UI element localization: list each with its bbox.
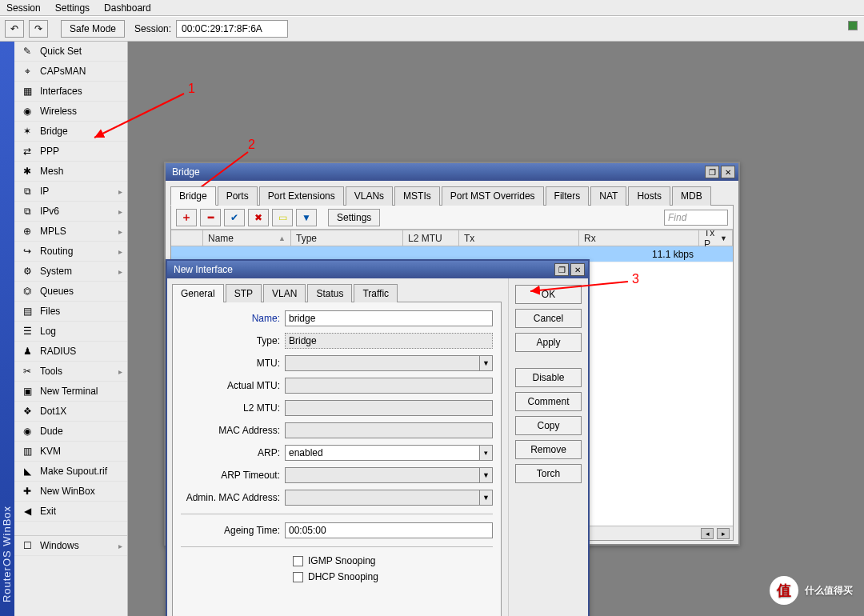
session-value[interactable]: 00:0C:29:17:8F:6A — [176, 20, 288, 38]
sidebar-item-mpls[interactable]: ⊕MPLS▸ — [14, 222, 127, 242]
sidebar-item-system[interactable]: ⚙System▸ — [14, 262, 127, 282]
l2mtu-value — [285, 400, 493, 416]
admin-mac-dropdown-icon[interactable]: ▼ — [480, 490, 493, 506]
sidebar-item-new-winbox[interactable]: ✚New WinBox — [14, 482, 127, 502]
col-l2mtu[interactable]: L2 MTU — [403, 230, 459, 246]
restore-icon[interactable]: ❐ — [554, 263, 569, 276]
tab-port-mst-overrides[interactable]: Port MST Overrides — [442, 186, 544, 206]
sidebar-item-files[interactable]: ▤Files — [14, 302, 127, 322]
undo-button[interactable]: ↶ — [5, 20, 24, 38]
tab-filters[interactable]: Filters — [546, 186, 590, 206]
tab-stp[interactable]: STP — [226, 284, 262, 302]
sidebar-item-wireless[interactable]: ◉Wireless — [14, 102, 127, 122]
mac-value — [285, 422, 493, 438]
sidebar-item-windows[interactable]: ☐Windows▸ — [14, 536, 127, 556]
sidebar-item-dude[interactable]: ◉Dude — [14, 422, 127, 442]
sidebar-item-label: Log — [40, 326, 122, 337]
igmp-checkbox[interactable] — [293, 556, 303, 566]
copy-button[interactable]: Copy — [515, 416, 582, 435]
sidebar-item-ppp[interactable]: ⇄PPP — [14, 142, 127, 162]
menu-dashboard[interactable]: Dashboard — [104, 2, 151, 14]
close-icon[interactable]: ✕ — [721, 166, 735, 178]
sidebar-item-capsman[interactable]: ⌖CAPsMAN — [14, 62, 127, 82]
sidebar-item-log[interactable]: ☰Log — [14, 322, 127, 342]
enable-button[interactable]: ✔ — [224, 209, 245, 226]
sidebar-item-quick-set[interactable]: ✎Quick Set — [14, 42, 127, 62]
tab-bridge[interactable]: Bridge — [170, 186, 216, 206]
disable-button[interactable]: ✖ — [248, 209, 269, 226]
menu-session[interactable]: Session — [6, 2, 41, 14]
tab-nat[interactable]: NAT — [590, 186, 626, 206]
sidebar-item-ipv6[interactable]: ⧉IPv6▸ — [14, 202, 127, 222]
name-label: Name: — [181, 313, 285, 324]
safe-mode-button[interactable]: Safe Mode — [61, 20, 125, 38]
sidebar-item-kvm[interactable]: ▥KVM — [14, 442, 127, 462]
col-rx[interactable]: Rx — [579, 230, 699, 246]
sidebar-item-new-terminal[interactable]: ▣New Terminal — [14, 382, 127, 402]
apply-button[interactable]: Apply — [515, 333, 582, 352]
scroll-right-icon[interactable]: ▸ — [717, 528, 730, 539]
mtu-input[interactable] — [285, 355, 480, 371]
sidebar-item-mesh[interactable]: ✱Mesh — [14, 162, 127, 182]
tab-status[interactable]: Status — [307, 284, 352, 302]
tab-ports[interactable]: Ports — [218, 186, 258, 206]
torch-button[interactable]: Torch — [515, 464, 582, 483]
chevron-right-icon: ▸ — [118, 367, 122, 376]
sidebar-item-label: Wireless — [40, 106, 122, 117]
sidebar-item-exit[interactable]: ◀Exit — [14, 502, 127, 522]
ok-button[interactable]: OK — [515, 285, 582, 304]
tab-vlan[interactable]: VLAN — [263, 284, 306, 302]
arp-select[interactable]: enabled — [285, 445, 480, 461]
arp-timeout-dropdown-icon[interactable]: ▼ — [480, 467, 493, 483]
comment-button[interactable]: ▭ — [272, 209, 293, 226]
menu-settings[interactable]: Settings — [55, 2, 90, 14]
arp-dropdown-icon[interactable]: ▾ — [480, 445, 493, 461]
sidebar-icon: ⚙ — [21, 265, 34, 278]
comment-button[interactable]: Comment — [515, 392, 582, 411]
admin-mac-input[interactable] — [285, 490, 480, 506]
sidebar-item-bridge[interactable]: ✶Bridge — [14, 122, 127, 142]
newif-tabs: GeneralSTPVLANStatusTraffic — [172, 283, 502, 302]
close-icon[interactable]: ✕ — [570, 263, 585, 276]
name-input[interactable]: bridge — [285, 310, 493, 326]
find-input[interactable]: Find — [664, 210, 728, 226]
sidebar-item-ip[interactable]: ⧉IP▸ — [14, 182, 127, 202]
tab-traffic[interactable]: Traffic — [354, 284, 398, 302]
bridge-tabs: BridgePortsPort ExtensionsVLANsMSTIsPort… — [166, 181, 738, 205]
sidebar-item-tools[interactable]: ✂Tools▸ — [14, 362, 127, 382]
scroll-left-icon[interactable]: ◂ — [701, 528, 714, 539]
restore-icon[interactable]: ❐ — [705, 166, 719, 178]
sidebar-item-radius[interactable]: ♟RADIUS — [14, 342, 127, 362]
newif-form: Name: bridge Type: Bridge MTU: ▼ Actual … — [172, 302, 502, 616]
col-type[interactable]: Type — [291, 230, 403, 246]
col-tx[interactable]: Tx — [459, 230, 579, 246]
bridge-titlebar[interactable]: Bridge ❐ ✕ — [166, 163, 738, 181]
sidebar-item-make-supout-rif[interactable]: ◣Make Supout.rif — [14, 462, 127, 482]
col-name[interactable]: Name — [208, 233, 234, 244]
tab-hosts[interactable]: Hosts — [628, 186, 670, 206]
ageing-input[interactable]: 00:05:00 — [285, 522, 493, 538]
sidebar-item-dot1x[interactable]: ❖Dot1X — [14, 402, 127, 422]
dhcp-label: DHCP Snooping — [308, 571, 378, 582]
remove-button[interactable]: ━ — [200, 209, 221, 226]
dhcp-checkbox[interactable] — [293, 572, 303, 582]
redo-button[interactable]: ↷ — [29, 20, 48, 38]
sidebar-item-interfaces[interactable]: ▦Interfaces — [14, 82, 127, 102]
sidebar-item-queues[interactable]: ⏣Queues — [14, 282, 127, 302]
remove-button[interactable]: Remove — [515, 440, 582, 459]
tab-vlans[interactable]: VLANs — [346, 186, 393, 206]
sidebar-item-routing[interactable]: ↪Routing▸ — [14, 242, 127, 262]
tab-port-extensions[interactable]: Port Extensions — [259, 186, 344, 206]
tab-mdb[interactable]: MDB — [672, 186, 711, 206]
tab-mstis[interactable]: MSTIs — [394, 186, 440, 206]
settings-button[interactable]: Settings — [328, 209, 380, 226]
arp-timeout-input[interactable] — [285, 467, 480, 483]
mac-label: MAC Address: — [181, 425, 285, 436]
disable-button[interactable]: Disable — [515, 368, 582, 387]
tab-general[interactable]: General — [172, 284, 224, 302]
cancel-button[interactable]: Cancel — [515, 309, 582, 328]
mtu-dropdown-icon[interactable]: ▼ — [480, 355, 493, 371]
newif-titlebar[interactable]: New Interface ❐ ✕ — [167, 261, 588, 278]
filter-button[interactable]: ▼ — [296, 209, 317, 226]
add-button[interactable]: ＋ — [176, 209, 197, 226]
